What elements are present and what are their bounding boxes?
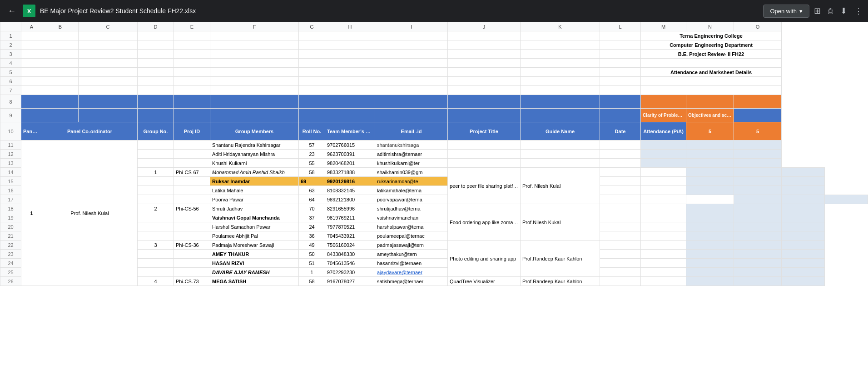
guide-name-2: Prof.Nilesh Kukal — [521, 204, 600, 241]
cell-K1[interactable] — [521, 31, 600, 40]
col-header-L[interactable]: L — [600, 22, 641, 31]
project-title-1: peer to peer file sharing platform — [448, 168, 521, 204]
cell-D11[interactable] — [138, 140, 174, 150]
col-header-J[interactable]: J — [448, 22, 521, 31]
cell-E1[interactable] — [174, 31, 210, 40]
cast-icon[interactable]: ⊞ — [814, 6, 821, 16]
col-header-B[interactable]: B — [42, 22, 79, 31]
cell-D1[interactable] — [138, 31, 174, 40]
cell-I15[interactable]: ruksarinamdar@te — [375, 177, 448, 186]
row-7: 7 — [0, 86, 868, 95]
download-icon[interactable]: ⬇ — [840, 6, 847, 16]
cell-F15[interactable]: Ruksar Inamdar — [210, 177, 299, 186]
col-header-G[interactable]: G — [299, 22, 325, 31]
column-letter-row: A B C D E F G H I J K L M N O — [0, 22, 868, 31]
row-10-headers: 10 Panel No Panel Co-ordinator Group No.… — [0, 122, 868, 140]
cell-J11[interactable] — [448, 140, 521, 150]
row-6: 6 — [0, 77, 868, 86]
file-title: BE Major Project Review2 Student Schedul… — [40, 7, 759, 15]
col-header-F[interactable]: F — [210, 22, 299, 31]
title-line2: Computer Engineering Department — [641, 40, 782, 50]
cell-H11[interactable]: 9702766015 — [325, 140, 375, 150]
cell-H1[interactable] — [325, 31, 375, 40]
spreadsheet: A B C D E F G H I J K L M N O 1 — [0, 22, 868, 286]
header-clarity-score: 5 — [686, 122, 734, 140]
row-1: 1 Terna Engineering College — [0, 31, 868, 40]
back-button[interactable]: ← — [5, 5, 18, 17]
guide-name-4: Prof.Randeep Kaur Kahlon — [521, 277, 600, 286]
header-roll-no: Roll No. — [299, 122, 325, 140]
header-objectives-score: 5 — [734, 122, 782, 140]
col-header-E[interactable]: E — [174, 22, 210, 31]
cell-F1[interactable] — [210, 31, 299, 40]
file-icon-letter: X — [27, 8, 31, 15]
clarity-header: Clarity of Problem Definition — [641, 109, 686, 122]
cell-O11[interactable] — [734, 140, 782, 150]
project-title-4: QuadTree Visualizer — [448, 277, 521, 286]
cell-K11[interactable] — [521, 140, 600, 150]
more-options-icon[interactable]: ⋮ — [854, 6, 863, 16]
cell-C1[interactable] — [79, 31, 138, 40]
col-header-N[interactable]: N — [686, 22, 734, 31]
cell-I11[interactable]: shantanukshirsaga — [375, 140, 448, 150]
open-with-button[interactable]: Open with ▾ — [763, 5, 809, 18]
cell-J1[interactable] — [448, 31, 521, 40]
col-header-M[interactable]: M — [641, 22, 686, 31]
guide-name-3: Prof.Randeep Kaur Kahlon — [521, 241, 600, 277]
title-line4: Attendance and Marksheet Details — [641, 68, 782, 77]
row-2: 2 Computer Engineering Department — [0, 40, 868, 50]
col-header-H[interactable]: H — [325, 22, 375, 31]
panel-no-merged[interactable]: 1 — [21, 140, 42, 286]
panel-coordinator-merged[interactable]: Prof. Nilesh Kulal — [42, 140, 138, 286]
cell-G1[interactable] — [299, 31, 325, 40]
project-title-3: Photo editing and sharing app — [448, 241, 521, 277]
cell-F11[interactable]: Shantanu Rajendra Kshirsagar — [210, 140, 299, 150]
header-project-title: Project Title — [448, 122, 521, 140]
cell-I1[interactable] — [375, 31, 448, 40]
header-mobile: Team Member's Mobile no. — [325, 122, 375, 140]
col-header-K[interactable]: K — [521, 22, 600, 31]
cell-G11[interactable]: 57 — [299, 140, 325, 150]
header-group-members: Group Members — [210, 122, 299, 140]
col-header-C[interactable]: C — [79, 22, 138, 31]
title-line3: B.E. Project Review- II FH22 — [641, 50, 782, 59]
header-panel-coordinator: Panel Co-ordinator — [42, 122, 138, 140]
cell-B1[interactable] — [42, 31, 79, 40]
objectives-header: Objectives and scope — [686, 109, 734, 122]
toolbar-icons: ⊞ ⎙ ⬇ ⋮ — [814, 6, 863, 16]
cell-N11[interactable] — [686, 140, 734, 150]
email-link-25[interactable]: ajaydavare@ternaer — [375, 268, 448, 277]
cell-M11[interactable] — [641, 140, 686, 150]
cell-H15[interactable]: 9920129816 — [325, 177, 375, 186]
header-panel-no: Panel No — [21, 122, 42, 140]
row-num-1: 1 — [0, 31, 21, 40]
cell-G15[interactable]: 69 — [299, 177, 325, 186]
row-3: 3 B.E. Project Review- II FH22 — [0, 50, 868, 59]
row-5: 5 Attendance and Marksheet Details — [0, 68, 868, 77]
col-header-D[interactable]: D — [138, 22, 174, 31]
print-icon[interactable]: ⎙ — [828, 6, 833, 16]
cell-L1[interactable] — [600, 31, 641, 40]
header-guide-name: Guide Name — [521, 122, 600, 140]
row-8: 8 — [0, 95, 868, 109]
dropdown-arrow-icon: ▾ — [799, 8, 803, 15]
spreadsheet-container: A B C D E F G H I J K L M N O 1 — [0, 22, 868, 286]
file-type-icon: X — [23, 5, 35, 17]
col-header-I[interactable]: I — [375, 22, 448, 31]
col-header-A[interactable]: A — [21, 22, 42, 31]
project-title-2: Food ordering app like zomato or swiggy — [448, 204, 521, 241]
cell-A1[interactable] — [21, 31, 42, 40]
cell-E11[interactable] — [174, 140, 210, 150]
header-date: Date — [600, 122, 641, 140]
cell-L11[interactable] — [600, 140, 641, 150]
header-email: Email -id — [375, 122, 448, 140]
row-11: 11 1 Prof. Nilesh Kulal Shantanu Rajendr… — [0, 140, 868, 150]
row-4: 4 — [0, 59, 868, 68]
back-icon: ← — [8, 6, 16, 16]
header-attendance: Attendance (P/A) — [641, 122, 686, 140]
title-line1: Terna Engineering College — [641, 31, 782, 40]
topbar: ← X BE Major Project Review2 Student Sch… — [0, 0, 868, 22]
corner-cell — [0, 22, 21, 31]
col-header-O[interactable]: O — [734, 22, 782, 31]
header-group-no: Group No. — [138, 122, 174, 140]
